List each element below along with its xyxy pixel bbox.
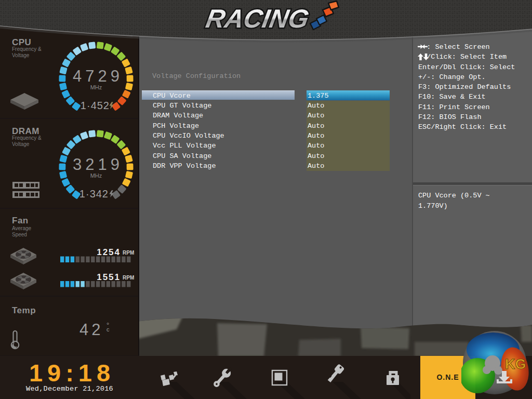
svg-text:KG: KG (505, 356, 526, 372)
svg-text:RACING: RACING (204, 4, 311, 33)
